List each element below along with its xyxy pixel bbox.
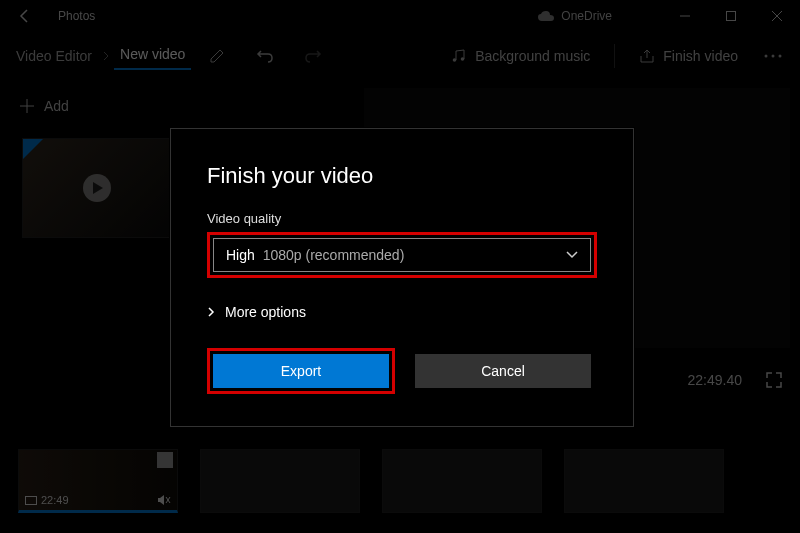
clip-duration: 22:49 xyxy=(25,494,69,506)
back-button[interactable] xyxy=(10,8,40,24)
rename-button[interactable] xyxy=(195,36,239,76)
pencil-icon xyxy=(209,48,225,64)
svg-rect-11 xyxy=(26,496,37,504)
chevron-down-icon xyxy=(566,251,578,259)
more-options-toggle[interactable]: More options xyxy=(207,304,597,320)
cloud-icon xyxy=(537,10,555,22)
mute-button[interactable] xyxy=(157,494,171,506)
speaker-mute-icon xyxy=(157,494,171,506)
maximize-icon xyxy=(726,11,736,21)
play-icon xyxy=(93,182,103,194)
minimize-button[interactable] xyxy=(662,0,708,32)
fullscreen-button[interactable] xyxy=(766,372,782,388)
finish-video-dialog: Finish your video Video quality High 108… xyxy=(170,128,634,427)
svg-point-8 xyxy=(779,55,782,58)
text-overlay-icon xyxy=(157,452,173,468)
storyboard-slot[interactable] xyxy=(564,449,724,513)
film-icon xyxy=(25,496,37,505)
toolbar: Video Editor New video Background music … xyxy=(0,32,800,80)
storyboard: 22:49 xyxy=(0,449,800,513)
undo-button[interactable] xyxy=(243,36,287,76)
fullscreen-icon xyxy=(766,372,782,388)
title-bar: Photos OneDrive xyxy=(0,0,800,32)
onedrive-button[interactable]: OneDrive xyxy=(537,9,612,23)
project-name[interactable]: New video xyxy=(114,42,191,70)
add-button[interactable]: Add xyxy=(10,88,350,124)
redo-icon xyxy=(304,48,322,64)
dialog-title: Finish your video xyxy=(207,163,597,189)
svg-point-5 xyxy=(461,57,465,61)
close-icon xyxy=(772,11,782,21)
app-title: Photos xyxy=(58,9,95,23)
export-button[interactable]: Export xyxy=(213,354,389,388)
svg-point-4 xyxy=(453,58,457,62)
redo-button[interactable] xyxy=(291,36,335,76)
ellipsis-icon xyxy=(764,54,782,58)
svg-point-7 xyxy=(772,55,775,58)
highlight-export: Export xyxy=(207,348,395,394)
more-button[interactable] xyxy=(756,36,790,76)
chevron-right-icon xyxy=(207,306,215,318)
storyboard-slot[interactable] xyxy=(382,449,542,513)
preview-timestamp: 22:49.40 xyxy=(688,372,743,388)
music-icon xyxy=(451,48,467,64)
play-overlay[interactable] xyxy=(83,174,111,202)
svg-point-6 xyxy=(765,55,768,58)
finish-video-button[interactable]: Finish video xyxy=(625,36,752,76)
storyboard-clip[interactable]: 22:49 xyxy=(18,449,178,513)
breadcrumb-video-editor[interactable]: Video Editor xyxy=(10,44,98,68)
minimize-icon xyxy=(680,11,690,21)
undo-icon xyxy=(256,48,274,64)
close-button[interactable] xyxy=(754,0,800,32)
maximize-button[interactable] xyxy=(708,0,754,32)
arrow-left-icon xyxy=(17,8,33,24)
library-clip[interactable] xyxy=(22,138,172,238)
quality-select[interactable]: High 1080p (recommended) xyxy=(213,238,591,272)
plus-icon xyxy=(20,99,34,113)
export-icon xyxy=(639,48,655,64)
chevron-right-icon xyxy=(102,50,110,62)
cancel-button[interactable]: Cancel xyxy=(415,354,591,388)
background-music-button[interactable]: Background music xyxy=(437,36,604,76)
quality-label: Video quality xyxy=(207,211,597,226)
selected-corner-icon xyxy=(23,139,43,159)
svg-rect-1 xyxy=(727,12,736,21)
storyboard-slot[interactable] xyxy=(200,449,360,513)
highlight-quality: High 1080p (recommended) xyxy=(207,232,597,278)
